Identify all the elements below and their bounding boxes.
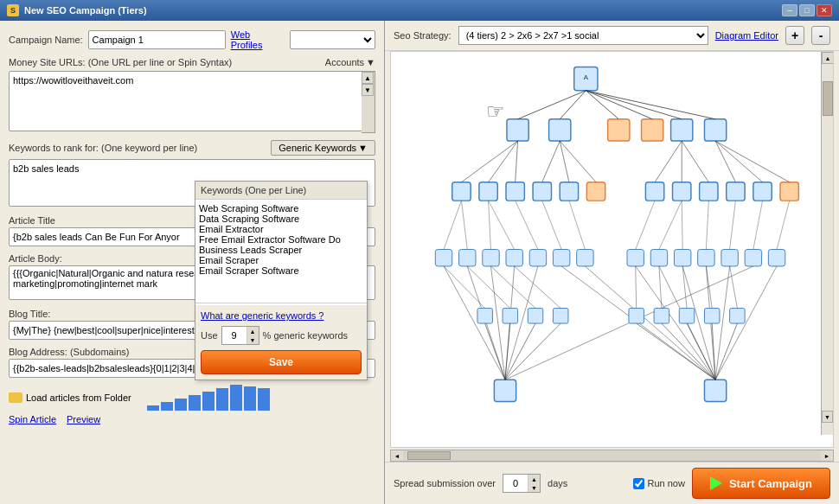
hand-cursor-icon: ☞: [486, 99, 505, 124]
preview-link[interactable]: Preview: [67, 414, 100, 424]
svg-line-81: [715, 266, 777, 380]
load-articles-label: Load articles from Folder: [26, 392, 131, 403]
vscroll-down-arrow[interactable]: ▼: [822, 411, 833, 423]
svg-rect-19: [586, 182, 605, 201]
svg-line-12: [586, 91, 682, 119]
svg-line-65: [777, 201, 790, 249]
run-now-checkbox[interactable]: [633, 478, 644, 489]
what-are-generic-keywords-link[interactable]: What are generic keywords ?: [201, 310, 362, 321]
bar-chart-bar: [216, 388, 228, 411]
svg-rect-66: [494, 380, 516, 401]
popup-footer: What are generic keywords ? Use ▲ ▼ % ge…: [195, 305, 367, 380]
right-panel: Seo Strategy: (4 tiers) 2 > 2x6 > 2x7 >1…: [385, 21, 839, 504]
hscroll-right-arrow[interactable]: ►: [821, 450, 833, 461]
svg-rect-25: [780, 182, 798, 201]
play-icon: [710, 476, 722, 490]
maximize-button[interactable]: □: [799, 4, 815, 16]
bar-chart-bar: [202, 392, 215, 411]
svg-line-56: [516, 201, 538, 249]
svg-line-8: [518, 91, 586, 119]
web-profiles-dropdown[interactable]: [290, 30, 375, 49]
money-site-textarea[interactable]: [9, 71, 375, 131]
svg-rect-42: [529, 250, 546, 266]
use-spinners[interactable]: ▲ ▼: [247, 327, 259, 344]
svg-line-104: [637, 323, 715, 380]
svg-rect-51: [768, 250, 785, 266]
scroll-up-arrow[interactable]: ▲: [362, 72, 374, 84]
svg-line-31: [560, 141, 596, 182]
app-icon: S: [7, 4, 19, 16]
title-bar: S New SEO Campaign (Tiers) ─ □ ✕: [0, 0, 839, 21]
svg-line-26: [461, 141, 517, 182]
generic-keywords-button[interactable]: Generic Keywords ▼: [271, 140, 375, 156]
minimize-button[interactable]: ─: [782, 4, 797, 16]
spread-label: Spread submission over: [394, 478, 496, 488]
svg-rect-24: [753, 182, 772, 201]
hscroll-handle[interactable]: [407, 451, 451, 460]
bar-chart-bar: [244, 386, 256, 411]
svg-line-29: [542, 141, 560, 182]
svg-line-37: [715, 141, 790, 182]
spin-article-link[interactable]: Spin Article: [9, 414, 56, 424]
svg-rect-7: [704, 119, 726, 141]
days-spinners[interactable]: ▲ ▼: [528, 475, 540, 492]
svg-line-27: [489, 141, 518, 182]
campaign-name-input[interactable]: [88, 30, 226, 49]
horizontal-scrollbar[interactable]: ◄ ►: [390, 450, 834, 462]
svg-rect-44: [577, 250, 593, 266]
seo-header: Seo Strategy: (4 tiers) 2 > 2x6 > 2x7 >1…: [385, 21, 839, 51]
web-profiles-link[interactable]: Web Profiles: [231, 29, 285, 50]
svg-rect-49: [721, 250, 738, 266]
start-campaign-button[interactable]: Start Campaign: [692, 468, 830, 499]
svg-line-74: [585, 266, 715, 380]
use-value-input[interactable]: [222, 327, 247, 344]
svg-line-92: [467, 266, 510, 309]
svg-line-108: [715, 323, 737, 380]
close-button[interactable]: ✕: [817, 4, 832, 16]
svg-rect-14: [452, 182, 471, 201]
zoom-out-button[interactable]: -: [811, 26, 830, 45]
vscroll-up-arrow[interactable]: ▲: [822, 52, 834, 64]
use-spinner-down[interactable]: ▼: [247, 335, 259, 344]
popup-keywords-textarea[interactable]: [195, 200, 367, 303]
use-spinner-up[interactable]: ▲: [247, 327, 259, 335]
svg-rect-89: [704, 309, 720, 324]
svg-line-9: [560, 91, 586, 119]
svg-rect-86: [629, 309, 644, 324]
svg-line-55: [489, 201, 515, 249]
svg-line-93: [490, 266, 535, 309]
bar-chart-bar: [189, 395, 201, 411]
svg-rect-39: [459, 250, 476, 266]
svg-line-62: [706, 201, 708, 249]
svg-line-61: [682, 201, 682, 249]
popup-header: Keywords (One per Line): [195, 182, 367, 200]
days-number-input[interactable]: ▲ ▼: [503, 474, 541, 493]
load-articles-button[interactable]: Load articles from Folder: [9, 392, 131, 403]
scroll-down-arrow[interactable]: ▼: [362, 84, 374, 96]
accounts-button[interactable]: Accounts ▼: [325, 57, 375, 67]
accounts-dropdown-arrow: ▼: [366, 57, 375, 67]
svg-rect-82: [477, 309, 493, 324]
days-value-input[interactable]: [503, 475, 528, 492]
money-site-scrollbar[interactable]: ▲ ▼: [362, 71, 375, 133]
svg-line-52: [444, 201, 461, 249]
network-diagram-svg: A: [391, 52, 833, 447]
accounts-label: Accounts: [325, 57, 364, 67]
svg-line-95: [636, 266, 637, 309]
vscroll-handle[interactable]: [823, 81, 833, 116]
bottom-left-row: Load articles from Folder: [9, 385, 375, 411]
diagram-editor-link[interactable]: Diagram Editor: [715, 30, 778, 41]
days-spinner-down[interactable]: ▼: [528, 483, 540, 492]
vertical-scrollbar[interactable]: ▲ ▼: [821, 52, 833, 435]
bottom-bar: Spread submission over ▲ ▼ days Run now …: [385, 462, 839, 504]
seo-strategy-dropdown[interactable]: (4 tiers) 2 > 2x6 > 2x7 >1 social: [458, 26, 708, 45]
svg-line-58: [569, 201, 585, 249]
use-number-input[interactable]: ▲ ▼: [221, 326, 259, 345]
days-spinner-up[interactable]: ▲: [528, 475, 540, 483]
svg-rect-48: [698, 250, 714, 266]
keywords-popup: Keywords (One per Line) What are generic…: [195, 181, 368, 380]
svg-rect-16: [506, 182, 524, 201]
save-button[interactable]: Save: [201, 350, 362, 374]
zoom-in-button[interactable]: +: [785, 26, 804, 45]
hscroll-left-arrow[interactable]: ◄: [391, 450, 403, 461]
